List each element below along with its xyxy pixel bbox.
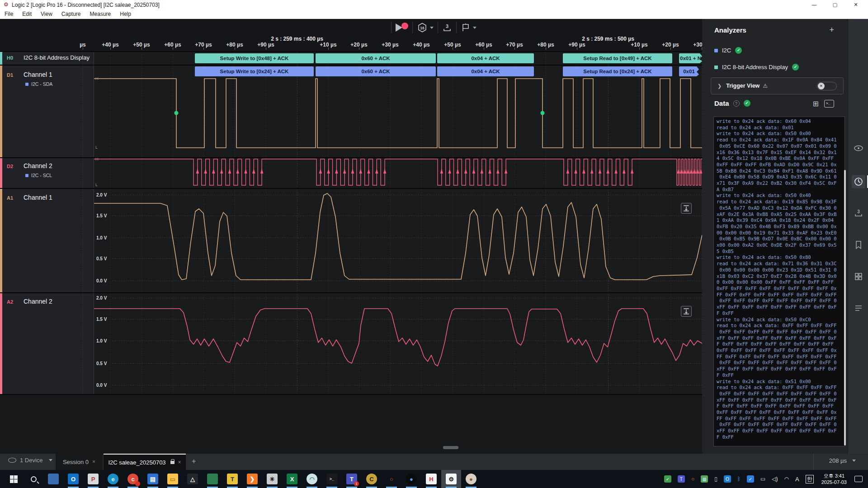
decoder-bubble[interactable]: 0x04 + ACK: [437, 66, 534, 76]
decoder-bubble[interactable]: Setup Read to [0x49] + ACK: [563, 53, 672, 63]
time-range-selector[interactable]: 208 µs: [829, 457, 856, 464]
a2-measure-button[interactable]: [681, 306, 692, 317]
taskbar-clock[interactable]: 오후 3:412025-07-03: [821, 473, 847, 485]
close-button[interactable]: ✕: [845, 0, 866, 9]
minimize-button[interactable]: —: [804, 0, 825, 9]
status-bar: 1 Device Session 0 × I2C saleae_20250703…: [0, 454, 868, 470]
search-tray-icon[interactable]: ○: [691, 476, 694, 482]
data-line: 4 0x5C 0x12 0x18 0x0B 0xBE 0x0A 0xFF 0xF…: [717, 155, 844, 162]
defender-shield-icon[interactable]: ✓: [747, 475, 754, 483]
search-icon: [31, 476, 37, 482]
data-line: 0xFF 0xFF 0xFF 0xFF 0xFF 0xFF 0xFF 0xFF …: [717, 422, 844, 428]
remote-desktop-app[interactable]: [43, 470, 63, 488]
t-utility-app[interactable]: T: [222, 470, 242, 488]
data-terminal[interactable]: write to 0x24 ack data: 0x60 0x04read to…: [713, 117, 845, 446]
kayak-app[interactable]: [203, 470, 222, 488]
terminal-view-icon[interactable]: >_: [824, 100, 834, 108]
trigger-view-toggle[interactable]: ×: [817, 82, 837, 90]
everything-search-app[interactable]: ○: [382, 470, 401, 488]
close-tab-icon[interactable]: ×: [178, 459, 181, 465]
help-icon[interactable]: ?: [733, 100, 740, 107]
extensions-tool-button[interactable]: [852, 270, 865, 283]
tab-i2c-capture[interactable]: I2C saleae_20250703 ×: [104, 454, 186, 470]
decoder-bubble[interactable]: 0x60 + ACK: [316, 66, 436, 76]
paint-app[interactable]: ●: [461, 470, 481, 488]
maximize-button[interactable]: ▢: [825, 0, 845, 9]
excel-app[interactable]: X: [282, 470, 302, 488]
tab-session-0[interactable]: Session 0 ×: [56, 454, 103, 470]
close-tab-icon[interactable]: ×: [92, 459, 95, 465]
decoder-bubble[interactable]: 0x04 + ACK: [437, 53, 534, 63]
outlook-app[interactable]: O: [63, 470, 83, 488]
ime-korean-icon[interactable]: 한: [806, 475, 814, 483]
windows-taskbar: OPec▤▭△T❯✳X◠>_T1C○●H⚙● ✓T○▦▯Oᛒ✓▭◁)◠A한오후 …: [0, 470, 868, 488]
terminal-app[interactable]: >_: [322, 470, 342, 488]
data-line: F 0xFF: [717, 434, 844, 441]
table-view-icon[interactable]: ⊞: [813, 99, 819, 108]
save-disk-app[interactable]: ▤: [143, 470, 163, 488]
snowflake-app[interactable]: ✳: [262, 470, 282, 488]
ime-english-icon[interactable]: A: [795, 476, 799, 483]
menu-capture[interactable]: Capture: [57, 9, 85, 19]
file-explorer-app[interactable]: ▭: [163, 470, 183, 488]
notes-tool-button[interactable]: [852, 301, 865, 315]
annotations-tool-button[interactable]: [852, 238, 865, 252]
logic-legacy-app[interactable]: △: [183, 470, 203, 488]
teams-app[interactable]: T1: [342, 470, 362, 488]
menu-file[interactable]: File: [0, 9, 18, 19]
horizontal-scrollbar[interactable]: [443, 446, 458, 449]
battery-icon[interactable]: ▭: [760, 476, 765, 482]
volume-icon[interactable]: ◁): [772, 476, 778, 482]
cfg-app[interactable]: C: [362, 470, 382, 488]
terminal-app-icon: >_: [326, 474, 337, 484]
analyzer-item-i2c-8bit[interactable]: I2C 8-bit Address Display ✓: [714, 64, 799, 70]
new-tab-button[interactable]: +: [192, 457, 196, 465]
chrome-browser-app[interactable]: c: [123, 470, 143, 488]
measurements-tool-button[interactable]: 3: [852, 206, 865, 220]
device-selector[interactable]: 1 Device: [8, 457, 52, 464]
search-button[interactable]: [24, 470, 43, 488]
logic2-app[interactable]: ⚙: [441, 470, 461, 488]
ruler-tick-label: +40 µs: [102, 42, 118, 48]
trigger-view-row[interactable]: ❯ Trigger View ⚠ ×: [711, 77, 844, 94]
data-line: 0x5A 0x77 0xAD 0xC3 0x12 0xDA 0xFC 0x30 …: [717, 205, 844, 211]
decoder-bubble[interactable]: Setup Write to [0x48] + ACK: [195, 53, 314, 63]
teams-tray-icon[interactable]: T: [678, 475, 685, 483]
print-utility-app[interactable]: P: [83, 470, 103, 488]
flashprint-app[interactable]: ❯: [242, 470, 262, 488]
decoder-bubble[interactable]: 0x01: [679, 66, 699, 76]
notification-center-icon[interactable]: [854, 476, 863, 482]
add-analyzer-button[interactable]: +: [829, 25, 834, 35]
menu-measure[interactable]: Measure: [85, 9, 116, 19]
ruler-tick-label: +90 µs: [568, 42, 585, 48]
decoder-bubble[interactable]: 0x60 + ACK: [316, 53, 436, 63]
usb-icon[interactable]: ▯: [714, 476, 717, 482]
menu-help[interactable]: Help: [115, 9, 136, 19]
outlook-tray-icon[interactable]: O: [724, 475, 731, 483]
cfg-app-icon: C: [366, 474, 377, 484]
tiles-icon[interactable]: ▦: [701, 475, 708, 483]
data-line: read to 0x24 ack data: 0xFF 0xFF 0xFF 0x…: [717, 323, 844, 329]
data-scrollbar[interactable]: [844, 170, 846, 446]
decoder-bubble[interactable]: Setup Write to [0x24] + ACK: [195, 66, 314, 76]
wifi-icon[interactable]: ◠: [784, 476, 789, 482]
dot-app[interactable]: ●: [401, 470, 421, 488]
start-button[interactable]: [4, 470, 24, 488]
shield-check-icon[interactable]: ✓: [664, 475, 671, 483]
menu-edit[interactable]: Edit: [18, 9, 36, 19]
timing-tool-button[interactable]: [852, 175, 865, 188]
menu-view[interactable]: View: [36, 9, 57, 19]
ruler-tick-label: +70 µs: [506, 42, 523, 48]
decoder-bubble[interactable]: 0x01 + N: [679, 53, 702, 63]
edge-browser-app[interactable]: e: [103, 470, 123, 488]
decoder-bubble[interactable]: Setup Read to [0x24] + ACK: [563, 66, 672, 76]
visibility-tool-button[interactable]: [852, 141, 865, 155]
hfc-blocks-app[interactable]: H: [421, 470, 441, 488]
sphere-app[interactable]: ◠: [302, 470, 322, 488]
a1-measure-button[interactable]: [681, 203, 692, 214]
bluetooth-icon[interactable]: ᛒ: [737, 476, 741, 482]
analyzer-item-i2c[interactable]: I2C ✓: [714, 47, 742, 54]
data-line: 0xFF 0xFF 0xFF 0xFF 0xFF 0xFF 0xFF 0xFF …: [717, 391, 844, 397]
menu-bar: FileEditViewCaptureMeasureHelp: [0, 9, 868, 19]
sda-digital-trace: [94, 79, 702, 148]
